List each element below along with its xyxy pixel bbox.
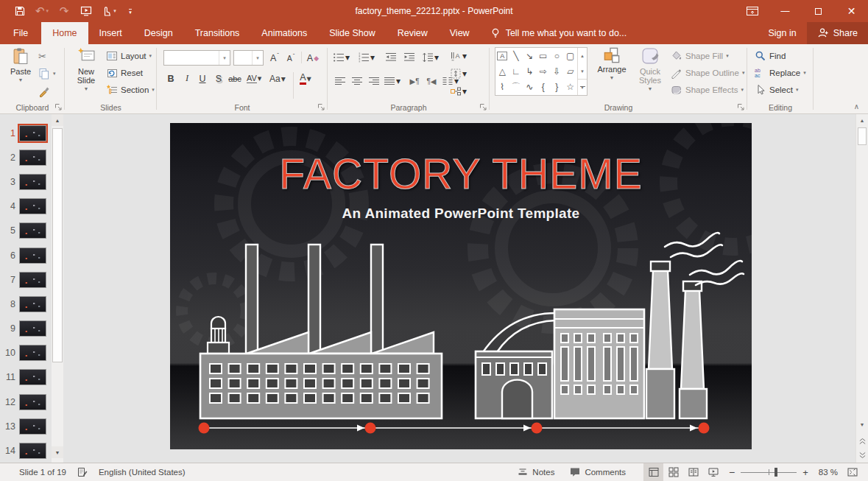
gallery-more-icon[interactable]: ▼ bbox=[578, 79, 587, 95]
slide-thumbnail-image[interactable] bbox=[19, 296, 46, 312]
ribbon-display-options-icon[interactable] bbox=[735, 0, 769, 22]
grow-font-button[interactable]: Aˆ bbox=[267, 50, 282, 66]
slide-subtitle-text[interactable]: An Animated PowerPoint Template bbox=[170, 206, 752, 222]
slide-thumbnail-image[interactable] bbox=[19, 369, 46, 385]
ribbon-tab[interactable]: Review bbox=[387, 22, 439, 44]
shrink-font-button[interactable]: Aˇ bbox=[283, 50, 298, 66]
save-icon[interactable] bbox=[9, 0, 31, 22]
sign-in-link[interactable]: Sign in bbox=[758, 22, 806, 44]
align-left-button[interactable] bbox=[333, 74, 347, 88]
thumb-scroll-up-icon[interactable]: ▲ bbox=[52, 114, 63, 126]
align-center-button[interactable] bbox=[350, 74, 364, 88]
shape-fill-button[interactable]: Shape Fill▾ bbox=[671, 49, 729, 63]
shapes-gallery[interactable]: A ╲ ↘ ▭ ○ ▢ △ ∟ ↳ ⇨ ⇩ ▱ ⌇ ⌒ ∿ { } ☆ ▲ bbox=[495, 47, 588, 96]
italic-button[interactable]: I bbox=[180, 71, 194, 86]
font-name-dropdown-icon[interactable]: ▾ bbox=[219, 51, 230, 65]
minimize-button[interactable]: — bbox=[769, 0, 802, 22]
bold-button[interactable]: B bbox=[163, 71, 178, 86]
slide-thumbnail-image[interactable] bbox=[19, 150, 46, 166]
shape-scribble-icon[interactable]: ⌇ bbox=[495, 80, 509, 95]
redo-icon[interactable]: ↷ bbox=[53, 0, 75, 22]
gallery-scroll-down-icon[interactable]: ▼ bbox=[578, 63, 587, 79]
reading-view-button[interactable] bbox=[683, 463, 703, 481]
align-right-button[interactable] bbox=[367, 74, 381, 88]
ribbon-tab[interactable]: Home bbox=[41, 22, 88, 44]
shape-elbow-icon[interactable]: ∟ bbox=[509, 63, 523, 79]
layout-button[interactable]: Layout▾ bbox=[106, 49, 152, 63]
shape-arrow-icon[interactable]: ↘ bbox=[523, 48, 537, 63]
ribbon-tab[interactable]: Insert bbox=[88, 22, 133, 44]
underline-button[interactable]: U bbox=[195, 71, 210, 86]
new-slide-button[interactable]: New Slide▼ bbox=[69, 47, 103, 94]
section-button[interactable]: Section▾ bbox=[106, 82, 155, 97]
shape-rounded-rectangle-icon[interactable]: ▢ bbox=[564, 48, 578, 63]
shape-oval-icon[interactable]: ○ bbox=[550, 48, 564, 63]
paragraph-dialog-launcher-icon[interactable] bbox=[479, 103, 487, 111]
touch-mouse-mode-icon[interactable]: ▾ bbox=[97, 0, 119, 22]
shape-rectangle-icon[interactable]: ▭ bbox=[537, 48, 551, 63]
slide-thumbnail-image[interactable] bbox=[19, 222, 46, 239]
ribbon-tab[interactable]: View bbox=[439, 22, 481, 44]
share-button[interactable]: Share bbox=[807, 22, 868, 44]
slide-thumbnail-image[interactable] bbox=[19, 345, 46, 361]
spell-check-icon[interactable] bbox=[77, 466, 88, 478]
shape-outline-button[interactable]: Shape Outline▾ bbox=[671, 66, 744, 80]
shape-triangle-icon[interactable]: △ bbox=[495, 63, 509, 79]
ribbon-tab[interactable]: Slide Show bbox=[318, 22, 387, 44]
slide-thumbnail-image[interactable] bbox=[19, 198, 46, 214]
slide-thumbnail-image[interactable] bbox=[19, 443, 46, 459]
drawing-dialog-launcher-icon[interactable] bbox=[737, 103, 745, 111]
zoom-slider[interactable] bbox=[741, 468, 797, 477]
shape-left-brace-icon[interactable]: { bbox=[537, 80, 551, 95]
collapse-ribbon-icon[interactable]: ∧ bbox=[854, 102, 859, 110]
ribbon-tab[interactable]: Animations bbox=[250, 22, 318, 44]
slide-thumbnail-image[interactable] bbox=[19, 320, 46, 337]
tell-me-box[interactable]: Tell me what you want to do... bbox=[481, 22, 636, 44]
font-size-dropdown-icon[interactable]: ▾ bbox=[252, 51, 263, 65]
comments-toggle[interactable]: Comments bbox=[562, 463, 633, 481]
copy-button[interactable]: ▾ bbox=[38, 66, 56, 81]
tab-file[interactable]: File bbox=[0, 22, 41, 44]
change-case-button[interactable]: Aa▾ bbox=[269, 71, 286, 86]
language-indicator[interactable]: English (United States) bbox=[99, 468, 186, 477]
replace-button[interactable]: abac Replace▾ bbox=[755, 66, 806, 80]
ltr-direction-button[interactable]: ▶¶ bbox=[407, 74, 422, 88]
clipboard-dialog-launcher-icon[interactable] bbox=[54, 103, 63, 111]
shapes-gallery-scrollbar[interactable]: ▲ ▼ ▼ bbox=[577, 48, 587, 95]
previous-slide-icon[interactable] bbox=[856, 435, 868, 446]
text-shadow-button[interactable]: S bbox=[211, 71, 226, 86]
ribbon-tab[interactable]: Transitions bbox=[184, 22, 251, 44]
thumb-scroll-down-icon[interactable]: ▼ bbox=[52, 446, 63, 458]
shape-line-icon[interactable]: ╲ bbox=[509, 48, 523, 63]
cut-button[interactable]: ✂ bbox=[38, 49, 46, 63]
shape-right-arrow-icon[interactable]: ⇨ bbox=[537, 63, 551, 79]
scroll-up-icon[interactable]: ▲ bbox=[856, 115, 868, 126]
line-spacing-button[interactable]: ▾ bbox=[422, 50, 439, 65]
shape-parallelogram-icon[interactable]: ▱ bbox=[564, 63, 578, 79]
slide-thumbnail-image[interactable] bbox=[19, 247, 46, 264]
normal-view-button[interactable] bbox=[643, 463, 663, 481]
zoom-out-button[interactable]: − bbox=[729, 466, 735, 478]
thumb-scrollbar-thumb[interactable] bbox=[52, 128, 63, 362]
font-size-combo[interactable]: ▾ bbox=[233, 50, 264, 66]
font-dialog-launcher-icon[interactable] bbox=[317, 103, 325, 111]
maximize-button[interactable] bbox=[802, 0, 835, 22]
next-slide-icon[interactable] bbox=[856, 450, 868, 461]
zoom-in-button[interactable]: + bbox=[802, 467, 808, 478]
scroll-down-icon[interactable]: ▼ bbox=[856, 419, 868, 430]
decrease-indent-button[interactable] bbox=[384, 50, 398, 65]
select-button[interactable]: Select▾ bbox=[755, 82, 798, 97]
zoom-slider-knob[interactable] bbox=[775, 468, 777, 477]
rtl-direction-button[interactable]: ¶◀ bbox=[424, 74, 439, 88]
font-color-button[interactable]: A▾ bbox=[298, 71, 313, 86]
character-spacing-button[interactable]: AV▾ bbox=[247, 71, 261, 86]
reset-button[interactable]: Reset bbox=[106, 66, 143, 80]
convert-smartart-button[interactable]: ▾ bbox=[450, 84, 467, 99]
slide-thumbnail-image[interactable] bbox=[19, 418, 46, 435]
zoom-level[interactable]: 83 % bbox=[814, 468, 842, 477]
close-button[interactable]: ✕ bbox=[835, 0, 868, 22]
slide-sorter-view-button[interactable] bbox=[663, 463, 683, 481]
slide-thumbnail-image[interactable] bbox=[19, 272, 46, 288]
increase-indent-button[interactable] bbox=[402, 50, 417, 65]
bullets-button[interactable]: ▾ bbox=[333, 50, 350, 65]
